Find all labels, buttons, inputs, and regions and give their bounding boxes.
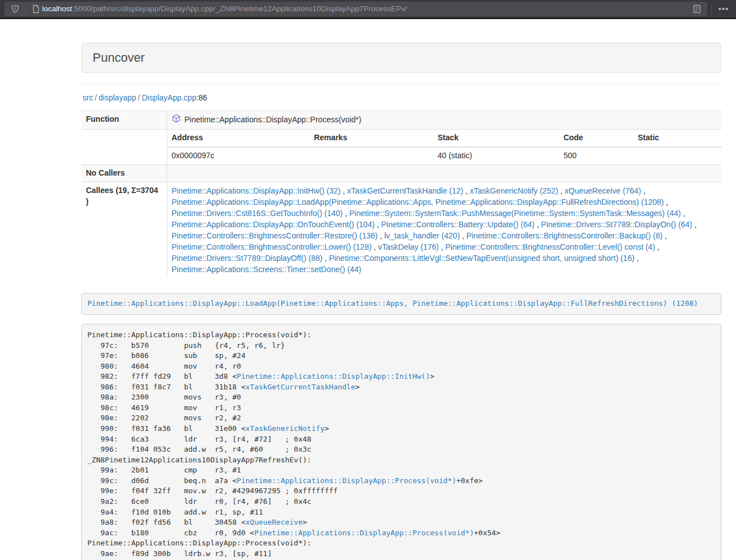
table-row: 0x0000097c 40 (static) 500	[167, 147, 722, 164]
callee-link[interactable]: Pinetime::Applications::Screens::Timer::…	[172, 265, 362, 274]
disassembly-block: Pinetime::Applications::DisplayApp::Proc…	[81, 324, 721, 560]
callee-link[interactable]: vTaskDelay (176)	[378, 242, 439, 251]
page-icon	[30, 3, 42, 15]
no-callers-row: No Callers	[81, 164, 721, 182]
callee-separator: ,	[634, 254, 639, 263]
function-signature: Pinetime::Applications::DisplayApp::Proc…	[172, 114, 717, 126]
column-header-remarks: Remarks	[309, 130, 433, 147]
function-row: Function Pinetime::Applications::Display…	[81, 111, 721, 129]
app-header-panel: Puncover	[81, 43, 721, 73]
breadcrumb-displayapp-link[interactable]: displayapp	[99, 93, 136, 102]
callees-list: Pinetime::Applications::DisplayApp::Init…	[172, 185, 717, 275]
callee-link[interactable]: Pinetime::Applications::DisplayApp::OnTo…	[172, 220, 375, 229]
function-label: Function	[81, 111, 167, 129]
column-header-static: Static	[633, 130, 721, 147]
disassembly-symbol-link[interactable]: xQueueReceive	[245, 518, 303, 526]
callee-link[interactable]: Pinetime::Controllers::BrightnessControl…	[172, 242, 372, 251]
breadcrumb-separator: /	[93, 93, 99, 102]
callee-separator: ,	[374, 220, 381, 229]
callee-separator: ,	[378, 231, 385, 240]
app-title: Puncover	[93, 51, 710, 65]
reader-mode-icon[interactable]	[691, 3, 703, 15]
callee-separator: ,	[558, 186, 565, 195]
callee-separator: ,	[692, 220, 697, 229]
callees-row: Callees (19, Σ=3704 ) Pinetime::Applicat…	[81, 182, 721, 278]
column-header-stack: Stack	[433, 130, 559, 147]
shield-icon[interactable]	[9, 3, 21, 15]
breadcrumb-line-number: :86	[196, 93, 207, 102]
callee-separator: ,	[664, 198, 668, 206]
divider	[81, 84, 721, 85]
callee-separator: ,	[662, 231, 667, 240]
callee-link[interactable]: Pinetime::Controllers::Battery::Update()…	[381, 220, 534, 229]
highlighted-symbol-block: Pinetime::Applications::DisplayApp::Load…	[81, 293, 721, 315]
function-table: Function Pinetime::Applications::Display…	[81, 111, 721, 278]
column-header-code: Code	[559, 130, 633, 147]
disassembly-symbol-link[interactable]: Pinetime::Applications::DisplayApp::Proc…	[237, 476, 456, 485]
callee-link[interactable]: Pinetime::Drivers::St7789::DisplayOn() (…	[541, 220, 692, 229]
code-size-value: 500	[559, 147, 633, 164]
callee-link[interactable]: lv_task_handler (420)	[384, 231, 460, 240]
browser-toolbar: localhost:5000/path/src/displayapp/Displ…	[0, 0, 736, 19]
callee-separator: ,	[534, 220, 541, 229]
callee-separator: ,	[341, 186, 348, 195]
callee-link[interactable]: Pinetime::Drivers::St7789::DisplayOff() …	[172, 254, 323, 263]
toolbar-divider	[711, 4, 712, 14]
callee-link[interactable]: Pinetime::System::SystemTask::PushMessag…	[349, 209, 681, 218]
callee-separator: ,	[343, 209, 350, 218]
breadcrumb-separator: /	[136, 93, 142, 102]
callee-link[interactable]: Pinetime::Controllers::BrightnessControl…	[467, 231, 662, 240]
callee-link[interactable]: Pinetime::Applications::DisplayApp::Init…	[172, 186, 341, 195]
callee-link[interactable]: Pinetime::Drivers::Cst816S::GetTouchInfo…	[172, 209, 343, 218]
highlighted-symbol-link[interactable]: Pinetime::Applications::DisplayApp::Load…	[88, 299, 698, 307]
url-bar[interactable]: localhost:5000/path/src/displayapp/Displ…	[4, 2, 707, 16]
function-name: Pinetime::Applications::DisplayApp::Proc…	[185, 114, 362, 126]
disassembly-symbol-link[interactable]: xTaskGenericNotify	[245, 424, 324, 433]
callee-link[interactable]: xTaskGetCurrentTaskHandle (12)	[347, 186, 463, 195]
function-details-table: Address Remarks Stack Code Static 0x0000…	[167, 130, 722, 164]
callees-label: Callees (19, Σ=3704 )	[81, 182, 167, 278]
callee-link[interactable]: Pinetime::Controllers::BrightnessControl…	[172, 231, 378, 240]
callee-separator: ,	[439, 242, 446, 251]
callee-separator: ,	[372, 242, 378, 251]
urlbar-divider	[25, 4, 26, 14]
callee-link[interactable]: xQueueReceive (764)	[565, 186, 641, 195]
static-value	[633, 147, 721, 164]
breadcrumb-file-link[interactable]: DisplayApp.cpp	[141, 93, 196, 102]
callee-separator: ,	[322, 254, 329, 263]
url-host: localhost	[42, 4, 72, 13]
more-menu-button[interactable]: •••	[716, 2, 732, 16]
callee-separator: ,	[463, 186, 470, 195]
no-callers-label: No Callers	[81, 164, 167, 182]
breadcrumb: src/displayapp/DisplayApp.cpp:86	[83, 93, 721, 104]
page-container: Puncover src/displayapp/DisplayApp.cpp:8…	[81, 19, 721, 560]
function-details-row: Address Remarks Stack Code Static 0x0000…	[81, 129, 721, 164]
callee-separator: ,	[655, 242, 660, 251]
url-path: :5000/path/src/displayapp/DisplayApp.cpp…	[72, 4, 407, 13]
address-value: 0x0000097c	[167, 147, 310, 164]
callee-separator: ,	[460, 231, 467, 240]
disassembly-symbol-link[interactable]: Pinetime::Applications::DisplayApp::Proc…	[254, 529, 474, 537]
callee-link[interactable]: Pinetime::Applications::DisplayApp::Load…	[172, 198, 664, 206]
callee-separator: ,	[681, 209, 685, 218]
callee-link[interactable]: Pinetime::Controllers::BrightnessControl…	[445, 242, 655, 251]
callee-link[interactable]: xTaskGenericNotify (252)	[470, 186, 558, 195]
callee-link[interactable]: Pinetime::Components::LittleVgl::SetNewT…	[329, 254, 634, 263]
column-header-address: Address	[167, 130, 310, 147]
breadcrumb-src-link[interactable]: src	[83, 93, 93, 102]
callee-separator: ,	[641, 186, 646, 195]
url-text[interactable]: localhost:5000/path/src/displayapp/Displ…	[42, 3, 407, 14]
remarks-value	[309, 147, 433, 164]
cube-icon	[172, 114, 181, 126]
stack-value: 40 (static)	[433, 147, 559, 164]
disassembly-symbol-link[interactable]: xTaskGetCurrentTaskHandle	[245, 383, 355, 391]
disassembly-symbol-link[interactable]: Pinetime::Applications::DisplayApp::Init…	[237, 372, 430, 380]
